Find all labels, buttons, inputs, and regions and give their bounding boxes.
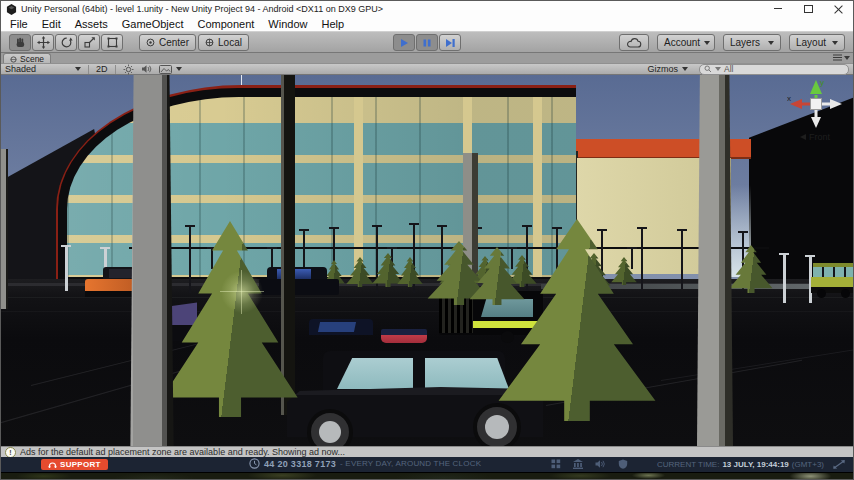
current-time-label: CURRENT TIME: [657, 460, 719, 469]
bank-icon [573, 459, 583, 469]
menu-assets[interactable]: Assets [75, 18, 108, 30]
fence-post [631, 247, 633, 269]
hand-icon [14, 36, 27, 49]
car-sedan-foreground[interactable] [287, 325, 543, 446]
lamp-post[interactable] [681, 229, 683, 289]
rotate-tool-button[interactable] [55, 34, 77, 51]
transform-tools [9, 34, 123, 51]
effects-dropdown[interactable] [159, 65, 182, 74]
sedan-light-bar [381, 329, 427, 343]
menu-file[interactable]: File [10, 18, 28, 30]
menu-window[interactable]: Window [268, 18, 307, 30]
layers-dropdown[interactable]: Layers [723, 34, 781, 51]
lamp-post-light[interactable] [65, 245, 68, 291]
info-icon [5, 447, 16, 458]
pivot-button[interactable]: Center [139, 34, 196, 51]
sun-flare [220, 270, 264, 314]
street-pole-left-edge[interactable] [1, 149, 8, 309]
divider [115, 65, 116, 74]
current-time-block: CURRENT TIME: 13 JULY, 19:44:19 (GMT+3) [657, 460, 824, 469]
car-blue[interactable] [259, 267, 339, 301]
lamp-post[interactable] [641, 227, 643, 291]
chevron-down-icon [176, 67, 182, 71]
ad-photo-strip[interactable] [1, 472, 853, 480]
scene-view-toolbar: Shaded 2D Gizmos [1, 63, 853, 75]
unity-editor-window: Unity Personal (64bit) - level 1.unity -… [0, 0, 854, 480]
view-orientation[interactable]: Front [800, 132, 830, 142]
menu-component[interactable]: Component [197, 18, 254, 30]
window-controls [763, 1, 853, 17]
gizmo-center-cube [811, 99, 822, 110]
2d-toggle-button[interactable]: 2D [96, 64, 108, 74]
chevron-down-icon [844, 56, 850, 60]
chevron-down-icon [768, 41, 774, 45]
keypad-icon [551, 459, 561, 469]
step-button[interactable] [439, 34, 461, 51]
car-wagon-green[interactable] [811, 263, 854, 299]
account-label: Account [664, 37, 700, 48]
rect-tool-button[interactable] [101, 34, 123, 51]
draw-mode-dropdown[interactable]: Shaded [5, 64, 81, 74]
step-icon [445, 38, 456, 48]
play-button[interactable] [393, 34, 415, 51]
panel-menu-button[interactable] [833, 54, 850, 61]
pause-button[interactable] [416, 34, 438, 51]
menu-help[interactable]: Help [321, 18, 344, 30]
foreground-pole-left[interactable] [129, 75, 175, 446]
space-button[interactable]: Local [198, 34, 249, 51]
ad-banner[interactable]: SUPPORT 44 20 3318 7173 - EVERY DAY, ARO… [1, 457, 853, 472]
support-label: SUPPORT [60, 460, 101, 469]
gizmos-label: Gizmos [647, 64, 678, 74]
shield-icon [618, 459, 628, 469]
globe-icon [205, 38, 214, 47]
play-icon [399, 38, 409, 48]
fence-post [511, 247, 513, 269]
chevron-down-icon [75, 67, 81, 71]
lighting-toggle-icon[interactable] [123, 64, 134, 75]
move-icon [37, 36, 50, 49]
pause-icon [422, 38, 432, 48]
hand-tool-button[interactable] [9, 34, 31, 51]
audio-toggle-icon[interactable] [141, 64, 152, 74]
maximize-button[interactable] [793, 1, 823, 16]
orientation-gizmo[interactable]: y x [787, 77, 845, 131]
layers-label: Layers [730, 37, 760, 48]
menu-edit[interactable]: Edit [42, 18, 61, 30]
scene-viewport[interactable]: y x Front [1, 75, 854, 446]
cloud-button[interactable] [619, 34, 649, 51]
main-toolbar: Center Local [1, 32, 853, 53]
maximize-icon [804, 5, 813, 13]
pivot-toggles: Center Local [139, 34, 249, 51]
minimize-button[interactable] [763, 1, 793, 16]
close-button[interactable] [823, 1, 853, 16]
headset-icon [48, 461, 57, 469]
clock-icon [249, 458, 260, 469]
account-dropdown[interactable]: Account [657, 34, 715, 51]
panel-menu-icon [833, 54, 842, 61]
chevron-down-icon [832, 41, 838, 45]
axis-y-label: y [820, 78, 824, 87]
expand-icon[interactable] [833, 460, 845, 469]
layout-label: Layout [796, 37, 826, 48]
scale-tool-button[interactable] [78, 34, 100, 51]
title-bar: Unity Personal (64bit) - level 1.unity -… [1, 1, 853, 17]
support-button[interactable]: SUPPORT [41, 459, 108, 470]
layout-dropdown[interactable]: Layout [789, 34, 845, 51]
status-bar[interactable]: Ads for the default ad placement zone ar… [1, 446, 853, 457]
ad-availability: - EVERY DAY, AROUND THE CLOCK [340, 459, 481, 468]
panel-tab-bar: Scene [1, 53, 853, 63]
minimize-icon [774, 8, 782, 9]
gizmos-dropdown[interactable]: Gizmos [647, 64, 688, 74]
scene-tab-icon [10, 56, 17, 63]
scene-search-input[interactable]: All [699, 64, 849, 75]
lamp-post[interactable] [189, 225, 191, 293]
ad-phone-block: 44 20 3318 7173 - EVERY DAY, AROUND THE … [249, 458, 481, 469]
menu-gameobject[interactable]: GameObject [122, 18, 184, 30]
foreground-pole-right[interactable] [697, 75, 733, 446]
chevron-down-icon [715, 67, 721, 71]
rect-transform-icon [106, 36, 119, 49]
ad-phone-number: 44 20 3318 7173 [264, 459, 336, 469]
move-tool-button[interactable] [32, 34, 54, 51]
chevron-down-icon [682, 67, 688, 71]
lamp-post-light[interactable] [783, 253, 786, 303]
